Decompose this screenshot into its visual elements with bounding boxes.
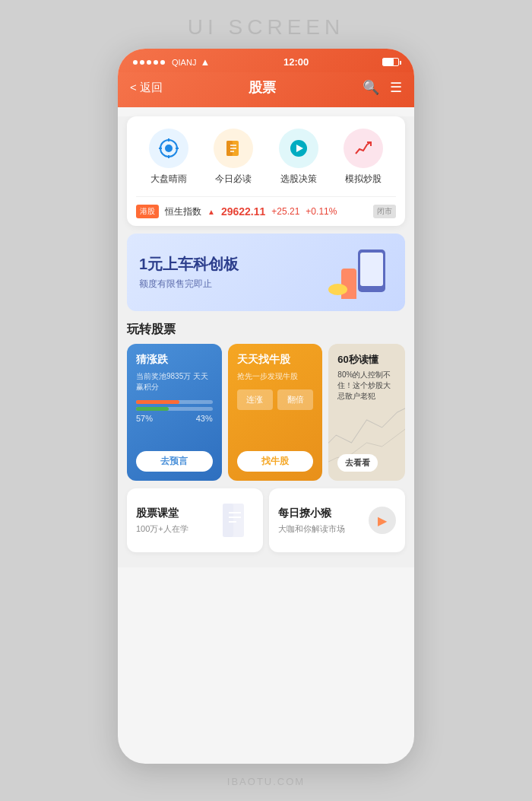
nav-bar: < 返回 股票 🔍 ☰ [118, 72, 414, 107]
ticker-name: 恒生指数 [165, 205, 201, 218]
read-card-text: 80%的人控制不住！这个炒股大忌散户老犯 [337, 370, 396, 402]
progress-label-up: 57% [136, 414, 153, 423]
quick-icon-item-1[interactable]: 今日必读 [214, 129, 253, 186]
status-bar: QIANJ ▲ 12:00 [118, 49, 414, 72]
guess-card-subtitle: 当前奖池9835万 天天赢积分 [136, 371, 213, 393]
progress-label-down: 43% [196, 414, 213, 423]
guess-card-title: 猜涨跌 [136, 353, 213, 367]
quick-icon-item-0[interactable]: 大盘晴雨 [149, 129, 188, 186]
ticker-change: +25.21 [271, 206, 299, 217]
status-left: QIANJ ▲ [133, 56, 210, 68]
daily-card[interactable]: 每日撩小猴 大咖和你解读市场 ▶ [269, 488, 405, 552]
mock-trade-icon [344, 129, 383, 168]
quick-icon-item-3[interactable]: 模拟炒股 [344, 129, 383, 186]
quick-icon-item-2[interactable]: 选股决策 [279, 129, 318, 186]
ticker-row[interactable]: 港股 恒生指数 ▲ 29622.11 +25.21 +0.11% 闭市 [136, 196, 396, 218]
nav-icons: 🔍 ☰ [363, 79, 402, 96]
bull-card-main-btn[interactable]: 找牛股 [237, 451, 314, 472]
course-card[interactable]: 股票课堂 100万+人在学 [127, 488, 263, 552]
svg-rect-14 [223, 504, 233, 537]
ticker-arrow: ▲ [207, 208, 215, 216]
quick-icon-label-2: 选股决策 [280, 173, 317, 186]
guess-card-btn[interactable]: 去预言 [136, 451, 213, 472]
progress-bar-up [136, 400, 213, 404]
bull-card-buttons: 连涨 翻倍 [237, 389, 314, 410]
banner-text: 1元上车科创板 额度有限售完即止 [139, 254, 239, 291]
bull-card-title: 天天找牛股 [237, 353, 314, 367]
banner-illustration [325, 246, 393, 299]
quick-icons-card: 大盘晴雨 今日必读 [127, 116, 405, 226]
banner-title: 1元上车科创板 [139, 254, 239, 275]
phone-frame: QIANJ ▲ 12:00 < 返回 股票 🔍 ☰ [118, 49, 414, 764]
daily-card-title: 每日撩小猴 [278, 507, 345, 520]
progress-bar-down [136, 407, 213, 411]
progress-labels: 57% 43% [136, 414, 213, 423]
progress-fill-up [136, 400, 179, 404]
ticker-status: 闭市 [373, 205, 396, 218]
guess-card[interactable]: 猜涨跌 当前奖池9835万 天天赢积分 57% 43% 去预言 [127, 344, 222, 481]
svg-point-1 [165, 145, 173, 152]
wifi-icon: ▲ [200, 56, 210, 68]
ticker-price: 29622.11 [221, 205, 265, 218]
signal-dots [133, 60, 165, 65]
quick-icon-label-0: 大盘晴雨 [150, 173, 187, 186]
watermark: IBAOTU.COM [227, 776, 305, 787]
feature-cards-row: 猜涨跌 当前奖池9835万 天天赢积分 57% 43% 去预言 [118, 344, 414, 481]
stock-select-icon [279, 129, 318, 168]
daily-card-info: 每日撩小猴 大咖和你解读市场 [278, 507, 345, 535]
ui-screen-label: UI SCREEN [188, 15, 344, 40]
promotion-banner[interactable]: 1元上车科创板 额度有限售完即止 [127, 234, 405, 311]
status-time: 12:00 [283, 56, 309, 68]
course-card-icon [217, 499, 254, 542]
bottom-cards-row: 股票课堂 100万+人在学 每日撩小猴 大咖和你解读市场 [118, 481, 414, 552]
quick-icon-label-3: 模拟炒股 [345, 173, 382, 186]
search-icon[interactable]: 🔍 [363, 79, 379, 96]
bull-btn-1[interactable]: 连涨 [237, 389, 273, 410]
read-card-title: 60秒读懂 [337, 353, 396, 367]
bull-btn-2[interactable]: 翻倍 [277, 389, 313, 410]
progress-fill-down [136, 407, 169, 411]
menu-icon[interactable]: ☰ [390, 79, 402, 96]
content-area: 大盘晴雨 今日必读 [118, 116, 414, 567]
course-card-title: 股票课堂 [136, 507, 188, 520]
bull-card-subtitle: 抢先一步发现牛股 [237, 371, 314, 382]
read-card-content: 60秒读懂 80%的人控制不住！这个炒股大忌散户老犯 去看看 [328, 344, 405, 481]
carrier-label: QIANJ [172, 58, 196, 67]
ticker-market-tag: 港股 [136, 205, 159, 218]
progress-container: 57% 43% [136, 400, 213, 423]
quick-icons-row: 大盘晴雨 今日必读 [136, 129, 396, 186]
read-card[interactable]: 60秒读懂 80%的人控制不住！这个炒股大忌散户老犯 去看看 [328, 344, 405, 481]
play-button[interactable]: ▶ [369, 507, 396, 534]
market-weather-icon [149, 129, 188, 168]
ticker-percent: +0.11% [306, 206, 337, 217]
bull-stock-card[interactable]: 天天找牛股 抢先一步发现牛股 连涨 翻倍 找牛股 [228, 344, 323, 481]
section-title: 玩转股票 [118, 311, 414, 344]
back-button[interactable]: < 返回 [130, 81, 163, 95]
status-right [382, 58, 399, 66]
daily-card-sub: 大咖和你解读市场 [278, 523, 345, 535]
read-card-btn[interactable]: 去看看 [337, 454, 378, 472]
course-card-sub: 100万+人在学 [136, 523, 188, 535]
course-card-info: 股票课堂 100万+人在学 [136, 507, 188, 535]
banner-subtitle: 额度有限售完即止 [139, 278, 239, 291]
daily-read-icon [214, 129, 253, 168]
battery-icon [382, 58, 399, 66]
quick-icon-label-1: 今日必读 [215, 173, 252, 186]
page-title: 股票 [249, 78, 276, 97]
